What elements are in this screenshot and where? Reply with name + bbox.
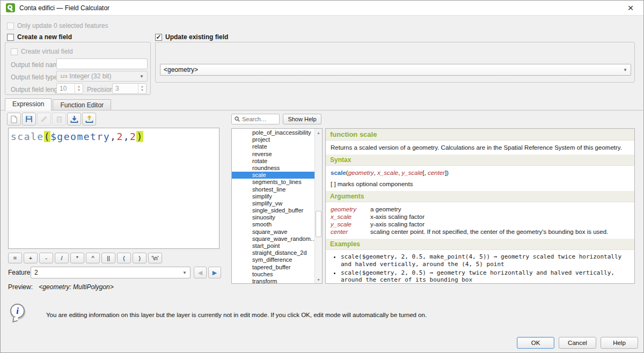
operator-button[interactable]: = [8, 253, 22, 263]
update-existing-field-checkbox[interactable]: ✓ Update existing field [155, 33, 228, 41]
precision-stepper[interactable]: 3 ▲▼ [112, 83, 147, 94]
tab-function-editor[interactable]: Function Editor [53, 99, 111, 110]
operator-button[interactable]: ( [117, 253, 131, 263]
preview-label: Preview: [8, 283, 33, 291]
edit-expression-button[interactable] [37, 113, 51, 126]
example-item: scale($geometry, 2, 0.5, make_point(4, 5… [341, 253, 630, 268]
delete-expression-button[interactable] [52, 113, 66, 126]
function-list-item-start_point[interactable]: start_point [232, 242, 314, 249]
import-expression-button[interactable] [67, 113, 81, 126]
function-list-item-sinuosity[interactable]: sinuosity [232, 214, 314, 221]
example-code: scale($geometry, 2, 0.5, make_point(4, 5… [341, 253, 490, 260]
operator-button[interactable]: || [101, 253, 115, 263]
argument-description: y-axis scaling factor [370, 221, 630, 227]
search-input[interactable] [242, 116, 274, 122]
output-field-length-value: 10 [57, 84, 75, 93]
arrow-right-icon: ▶ [213, 269, 217, 276]
integer-type-icon: 123 [60, 74, 67, 79]
operator-button[interactable]: * [70, 253, 84, 263]
save-expression-button[interactable] [22, 113, 36, 126]
function-list-item-smooth[interactable]: smooth [232, 221, 314, 228]
function-list-item-rotate[interactable]: rotate [232, 158, 314, 165]
expression-token: , [110, 131, 116, 142]
function-list-item-project[interactable]: project [232, 136, 314, 143]
save-expression-icon [25, 115, 33, 123]
function-list-item-sym_difference[interactable]: sym_difference [232, 256, 314, 263]
output-field-length-label: Output field length [11, 86, 63, 93]
show-help-button[interactable]: Show Help [283, 114, 321, 124]
function-list-item-single_sided_buffer[interactable]: single_sided_buffer [232, 207, 314, 214]
close-icon[interactable]: × [623, 1, 638, 15]
tab-bar: ExpressionFunction Editor [5, 98, 111, 110]
output-field-type-select[interactable]: 123 Integer (32 bit) ▼ [56, 71, 148, 82]
scroll-up-icon[interactable]: ▲ [315, 129, 322, 136]
argument-name: x_scale [331, 214, 364, 220]
expression-editor[interactable]: scale($geometry,2,2) [8, 128, 219, 249]
operator-button[interactable]: / [55, 253, 69, 263]
scroll-down-icon[interactable]: ▼ [315, 276, 322, 283]
function-list-item-shortest_line[interactable]: shortest_line [232, 186, 314, 193]
output-field-length-stepper[interactable]: 10 ▲▼ [56, 83, 83, 94]
operator-button[interactable]: + [24, 253, 38, 263]
optional-note: [ ] marks optional components [326, 180, 634, 191]
function-list-item-reverse[interactable]: reverse [232, 151, 314, 158]
create-new-field-checkbox[interactable]: Create a new field [7, 33, 72, 41]
tab-expression[interactable]: Expression [5, 98, 52, 111]
ok-button[interactable]: OK [517, 337, 554, 349]
function-list-item-simplify_vw[interactable]: simplify_vw [232, 200, 314, 207]
previous-feature-button[interactable]: ◀ [194, 267, 207, 278]
checkbox-box [11, 48, 18, 55]
operator-button[interactable]: ^ [86, 253, 100, 263]
function-list-scrollbar[interactable]: ▲ ▼ [314, 129, 322, 283]
function-search[interactable] [231, 114, 280, 124]
preview-value: <geometry: MultiPolygon> [39, 283, 113, 291]
info-icon: i [10, 304, 28, 323]
syntax-heading: Syntax [326, 155, 634, 166]
function-list-item-touches[interactable]: touches [232, 271, 314, 278]
operator-button[interactable]: '\n' [148, 253, 162, 263]
next-feature-button[interactable]: ▶ [208, 267, 221, 278]
spinner-arrows-icon[interactable]: ▲▼ [138, 84, 146, 93]
syntax-token: scale [331, 170, 346, 176]
import-expression-icon [70, 115, 78, 123]
operator-button[interactable]: - [39, 253, 53, 263]
checkbox-box [7, 34, 14, 41]
feature-select[interactable]: 2 ▼ [31, 267, 191, 278]
export-expression-button[interactable] [82, 113, 96, 126]
checkbox-label: Create a new field [17, 33, 72, 41]
function-list-item-segments_to_lines[interactable]: segments_to_lines [232, 179, 314, 186]
function-list-item-roundness[interactable]: roundness [232, 165, 314, 172]
syntax-token: ) [447, 170, 449, 176]
arrow-left-icon: ◀ [198, 269, 202, 276]
create-virtual-field-checkbox[interactable]: Create virtual field [11, 48, 73, 55]
function-list-item-tapered_buffer[interactable]: tapered_buffer [232, 264, 314, 271]
chevron-down-icon: ▼ [623, 68, 627, 72]
existing-field-select[interactable]: <geometry> ▼ [160, 64, 631, 76]
operator-button[interactable]: ) [133, 253, 147, 263]
function-list-item-simplify[interactable]: simplify [232, 193, 314, 200]
output-field-name-input[interactable] [56, 58, 148, 69]
function-list-item-straight_distance_2d[interactable]: straight_distance_2d [232, 249, 314, 256]
function-list-item-square_wave_random[interactable]: square_wave_random... [232, 236, 314, 242]
existing-field-value: <geometry> [164, 66, 198, 73]
output-field-type-label: Output field type [11, 73, 57, 81]
syntax-token: y_scale [401, 170, 422, 176]
spinner-arrows-icon[interactable]: ▲▼ [75, 84, 83, 93]
function-list-item-relate[interactable]: relate [232, 143, 314, 150]
qgis-logo-icon [6, 3, 15, 12]
only-update-selected-checkbox[interactable]: Only update 0 selected features [7, 22, 108, 30]
checkbox-label: Only update 0 selected features [17, 22, 108, 30]
new-expression-icon [10, 115, 18, 123]
help-button[interactable]: Help [601, 337, 638, 349]
scrollbar-thumb[interactable] [316, 211, 321, 237]
edit-mode-message: You are editing information on this laye… [46, 312, 427, 318]
function-list-item-square_wave[interactable]: square_wave [232, 229, 314, 236]
examples-list: scale($geometry, 2, 0.5, make_point(4, 5… [326, 250, 634, 284]
function-list-item-scale[interactable]: scale [232, 172, 314, 179]
new-expression-button[interactable] [7, 113, 21, 126]
argument-name: center [331, 229, 364, 235]
function-list-item-pole_of_inaccessibility[interactable]: pole_of_inaccessibility [232, 129, 314, 136]
function-list-item-transform[interactable]: transform [232, 278, 314, 284]
cancel-button[interactable]: Cancel [559, 337, 596, 349]
function-help-panel: function scale Returns a scaled version … [325, 128, 635, 284]
